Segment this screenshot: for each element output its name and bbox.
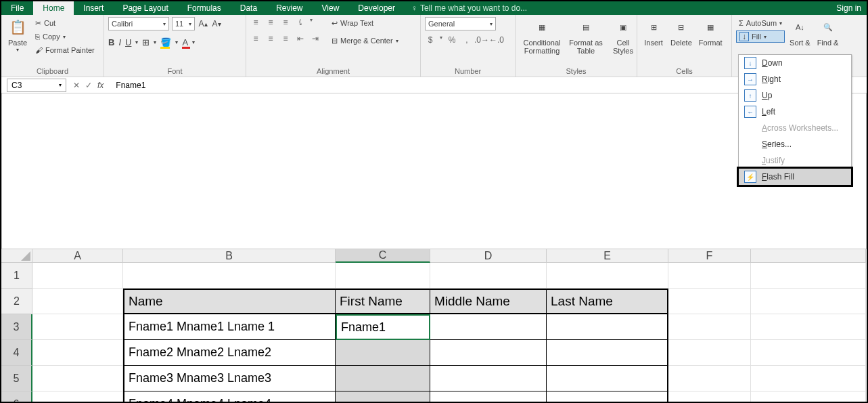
border-button[interactable]: ⊞ [142, 37, 150, 47]
row-header-1[interactable]: 1 [1, 263, 32, 289]
conditional-formatting-button[interactable]: ▦Conditional Formatting [520, 17, 564, 67]
paste-button[interactable]: 📋 Paste ▾ [5, 17, 30, 67]
orientation-icon[interactable]: ⤹ [295, 17, 306, 28]
row-header-2[interactable]: 2 [1, 289, 32, 314]
cell[interactable] [430, 366, 547, 391]
cell[interactable] [430, 340, 547, 366]
wrap-text-button[interactable]: ↩Wrap Text [329, 17, 401, 29]
fill-series-item[interactable]: Series... [739, 136, 851, 152]
cell[interactable] [668, 263, 751, 289]
fill-left-item[interactable]: ←Left [739, 104, 851, 120]
col-header-blank[interactable] [751, 249, 866, 263]
col-header-e[interactable]: E [547, 249, 668, 263]
cell-c4[interactable] [336, 340, 430, 366]
header-name[interactable]: Name [123, 289, 336, 314]
col-header-a[interactable]: A [32, 249, 123, 263]
fx-icon[interactable]: fx [97, 81, 104, 90]
font-color-button[interactable]: A [182, 37, 188, 47]
cell[interactable] [751, 263, 866, 289]
cell[interactable] [751, 391, 866, 402]
autosum-button[interactable]: ΣAutoSum▾ [736, 17, 785, 29]
cell[interactable] [547, 366, 668, 391]
col-header-c[interactable]: C [336, 249, 430, 263]
cell[interactable] [668, 314, 751, 340]
header-first[interactable]: First Name [336, 289, 430, 314]
cell[interactable] [668, 366, 751, 391]
row-header-3[interactable]: 3 [1, 314, 32, 340]
underline-button[interactable]: U [125, 37, 131, 47]
tab-view[interactable]: View [313, 1, 349, 15]
cell-b5[interactable]: Fname3 Mname3 Lname3 [123, 366, 336, 391]
cell[interactable] [751, 289, 866, 314]
format-cell-button[interactable]: ▦Format [697, 17, 725, 67]
tab-page-layout[interactable]: Page Layout [113, 1, 177, 15]
bold-button[interactable]: B [108, 37, 114, 47]
enter-formula-icon[interactable]: ✓ [85, 81, 92, 90]
font-name-select[interactable]: Calibri▾ [108, 17, 169, 30]
fill-color-button[interactable]: 🪣 [160, 37, 171, 47]
cell[interactable] [32, 391, 123, 402]
header-last[interactable]: Last Name [547, 289, 668, 314]
formula-text[interactable]: Fname1 [116, 81, 145, 90]
cell[interactable] [668, 289, 751, 314]
cell[interactable] [668, 391, 751, 402]
tab-insert[interactable]: Insert [74, 1, 113, 15]
tab-file[interactable]: File [1, 1, 33, 15]
formula-expand-box[interactable] [1, 93, 867, 249]
cell[interactable] [123, 263, 336, 289]
copy-button[interactable]: ⎘Copy▾ [32, 30, 97, 43]
col-header-f[interactable]: F [668, 249, 751, 263]
decrease-indent-icon[interactable]: ⇤ [295, 33, 306, 44]
decrease-decimal-icon[interactable]: ←.0 [491, 35, 502, 45]
insert-cell-button[interactable]: ⊞Insert [641, 17, 666, 67]
cell[interactable] [430, 314, 547, 340]
format-painter-button[interactable]: 🖌Format Painter [32, 44, 97, 56]
align-middle-icon[interactable]: ≡ [265, 17, 276, 28]
currency-icon[interactable]: $ [425, 35, 436, 45]
row-header-6[interactable]: 6 [1, 391, 32, 402]
align-bottom-icon[interactable]: ≡ [280, 17, 291, 28]
fill-flash-fill-item[interactable]: ⚡Flash Fill [739, 169, 851, 185]
font-size-select[interactable]: 11▾ [172, 17, 195, 30]
fill-button[interactable]: ↓Fill▾ [736, 30, 785, 43]
cancel-formula-icon[interactable]: ✕ [73, 81, 80, 90]
header-middle[interactable]: Middle Name [430, 289, 547, 314]
cell[interactable] [751, 314, 866, 340]
cell-b3[interactable]: Fname1 Mname1 Lname 1 [123, 314, 336, 340]
increase-font-icon[interactable]: A▴ [198, 18, 208, 29]
select-all-corner[interactable] [1, 249, 32, 263]
increase-indent-icon[interactable]: ⇥ [310, 33, 321, 44]
cell[interactable] [336, 263, 430, 289]
number-format-select[interactable]: General▾ [425, 17, 496, 30]
align-right-icon[interactable]: ≡ [280, 33, 291, 44]
cell-c3-selected[interactable]: Fname1 [336, 314, 430, 340]
italic-button[interactable]: I [118, 37, 121, 47]
merge-center-button[interactable]: ⊟Merge & Center▾ [329, 35, 401, 47]
col-header-d[interactable]: D [430, 249, 547, 263]
cell[interactable] [547, 391, 668, 402]
percent-icon[interactable]: % [447, 35, 457, 45]
sign-in-link[interactable]: Sign in [836, 3, 861, 13]
cell-styles-button[interactable]: ▣Cell Styles [608, 17, 639, 67]
cell[interactable] [547, 314, 668, 340]
fill-up-item[interactable]: ↑Up [739, 87, 851, 104]
cell[interactable] [32, 263, 123, 289]
cell[interactable] [32, 314, 123, 340]
comma-icon[interactable]: , [461, 35, 472, 45]
cell[interactable] [32, 340, 123, 366]
col-header-b[interactable]: B [123, 249, 336, 263]
tab-home[interactable]: Home [33, 1, 74, 15]
cut-button[interactable]: ✂Cut [32, 17, 97, 29]
decrease-font-icon[interactable]: A▾ [211, 18, 222, 29]
tab-developer[interactable]: Developer [348, 1, 405, 15]
row-header-4[interactable]: 4 [1, 340, 32, 366]
name-box[interactable]: C3▾ [7, 79, 66, 92]
row-header-5[interactable]: 5 [1, 366, 32, 391]
align-center-icon[interactable]: ≡ [265, 33, 276, 44]
cell[interactable] [32, 366, 123, 391]
align-top-icon[interactable]: ≡ [250, 17, 261, 28]
tab-data[interactable]: Data [231, 1, 267, 15]
cell-c6[interactable] [336, 391, 430, 402]
cell[interactable] [430, 391, 547, 402]
cell[interactable] [32, 289, 123, 314]
